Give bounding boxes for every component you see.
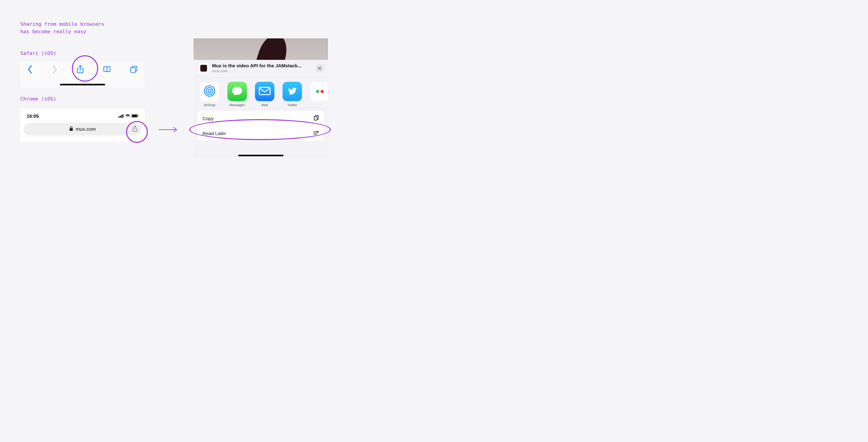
sheet-preview-image	[193, 38, 328, 60]
share-target-label: Mail	[255, 103, 274, 107]
svg-point-15	[206, 88, 213, 94]
action-label: Read Later	[203, 131, 226, 136]
action-list: Copy Read Later	[197, 111, 324, 140]
status-time: 16:05	[27, 113, 39, 119]
lock-icon	[69, 126, 73, 132]
address-bar-url: mux.com	[75, 126, 96, 132]
sheet-header: Mux is the video API for the JAMstack...…	[193, 60, 328, 78]
share-target-twitter[interactable]: Twitter	[283, 82, 302, 107]
svg-rect-4	[121, 115, 122, 118]
svg-rect-2	[119, 116, 119, 118]
home-indicator	[238, 155, 283, 156]
share-target-label: Twitter	[283, 103, 302, 107]
svg-rect-17	[259, 88, 270, 95]
address-bar[interactable]: mux.com	[24, 123, 142, 136]
add-to-list-icon	[313, 130, 319, 136]
ios-share-sheet: Mux is the video API for the JAMstack...…	[193, 38, 328, 158]
safari-toolbar	[20, 61, 145, 88]
bookmarks-icon[interactable]	[103, 65, 111, 75]
twitter-icon	[286, 85, 298, 98]
forward-icon[interactable]	[52, 65, 58, 75]
messages-icon	[231, 85, 243, 98]
home-indicator	[60, 84, 105, 86]
status-bar: 16:05	[20, 112, 145, 123]
battery-icon	[131, 113, 138, 119]
share-target-messages[interactable]: Messages	[227, 82, 247, 107]
svg-rect-8	[138, 115, 138, 116]
svg-rect-5	[123, 114, 123, 118]
chrome-browser-bar: 16:05 mux.com	[20, 109, 145, 142]
copy-icon	[313, 115, 319, 122]
action-read-later[interactable]: Read Later	[197, 126, 324, 140]
close-button[interactable]	[315, 64, 324, 72]
svg-rect-1	[131, 68, 135, 72]
arrow-icon	[158, 127, 178, 133]
label-safari: Safari (iOS)	[20, 50, 56, 56]
action-copy[interactable]: Copy	[197, 111, 324, 126]
share-target-airdrop[interactable]: AirDrop	[200, 82, 219, 107]
svg-rect-18	[314, 116, 317, 120]
svg-point-14	[208, 90, 211, 93]
svg-rect-9	[70, 128, 73, 131]
back-icon[interactable]	[27, 65, 33, 75]
airdrop-icon	[203, 84, 216, 99]
share-target-more[interactable]	[310, 82, 328, 107]
mail-icon	[258, 87, 271, 96]
sheet-title: Mux is the video API for the JAMstack...	[212, 63, 312, 68]
wifi-icon	[125, 113, 130, 119]
share-target-label: Messages	[227, 103, 247, 107]
sheet-subtitle: mux.com	[212, 69, 312, 73]
heading-text: Sharing from mobile browsers has become …	[20, 20, 104, 35]
share-target-mail[interactable]: Mail	[255, 82, 274, 107]
svg-rect-7	[132, 115, 137, 117]
page-favicon	[198, 63, 209, 73]
cellular-icon	[119, 113, 124, 119]
share-icon[interactable]	[76, 65, 84, 75]
share-app-row: AirDrop Messages Mail T	[193, 78, 328, 111]
label-chrome: Chrome (iOS)	[20, 96, 56, 102]
svg-rect-3	[120, 116, 121, 118]
share-icon[interactable]	[132, 125, 138, 133]
tabs-icon[interactable]	[130, 65, 138, 75]
action-label: Copy	[203, 116, 214, 121]
share-target-label: AirDrop	[200, 103, 219, 107]
